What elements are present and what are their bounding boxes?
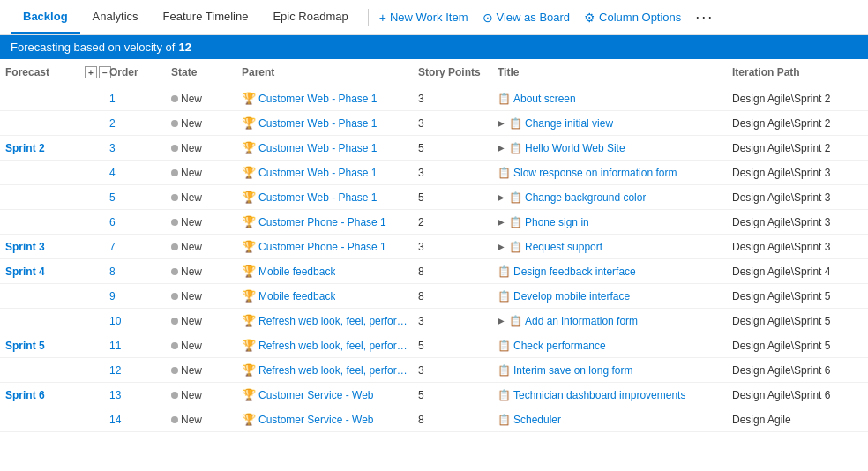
table-row: 5New🏆Customer Web - Phase 15▶📋Change bac… [0, 185, 868, 210]
order-cell[interactable]: 12 [104, 362, 166, 379]
state-cell: New [166, 288, 236, 305]
order-cell[interactable]: 9 [104, 288, 166, 305]
state-dot-icon [171, 120, 178, 127]
expand-title-button[interactable]: ▶ [498, 217, 505, 227]
parent-link[interactable]: Customer Phone - Phase 1 [258, 216, 386, 228]
expand-title-button[interactable]: ▶ [498, 192, 505, 202]
parent-link[interactable]: Customer Phone - Phase 1 [258, 241, 386, 253]
parent-cell: 🏆Mobile feedback [236, 287, 413, 305]
new-work-item-button[interactable]: + New Work Item [379, 11, 468, 25]
state-cell: New [166, 238, 236, 256]
parent-link[interactable]: Refresh web look, feel, performance fact… [258, 340, 408, 352]
order-cell[interactable]: 13 [104, 386, 166, 404]
tab-feature-timeline[interactable]: Feature Timeline [151, 1, 261, 34]
title-link[interactable]: Technician dashboard improvements [513, 389, 685, 401]
sprint-label [0, 96, 79, 101]
parent-link[interactable]: Customer Web - Phase 1 [258, 93, 378, 105]
expand-title-button[interactable]: ▶ [498, 242, 505, 251]
parent-link[interactable]: Customer Web - Phase 1 [258, 167, 378, 179]
parent-link[interactable]: Customer Web - Phase 1 [258, 191, 378, 204]
parent-link[interactable]: Customer Service - Web [258, 389, 373, 401]
parent-cell: 🏆Customer Service - Web [236, 385, 413, 404]
work-item-icon: 📋 [509, 142, 522, 154]
order-cell[interactable]: 8 [104, 263, 166, 280]
expand-col [79, 294, 104, 299]
parent-cell: 🏆Refresh web look, feel, performance fac… [236, 336, 413, 355]
col-iteration-path: Iteration Path [727, 63, 868, 82]
order-cell[interactable]: 11 [104, 337, 166, 355]
state-label: New [181, 216, 202, 228]
parent-link[interactable]: Refresh web look, feel, performance fact… [258, 315, 408, 327]
title-link[interactable]: Phone sign in [525, 216, 589, 228]
title-link[interactable]: Check performance [513, 340, 606, 352]
title-link[interactable]: Slow response on information form [513, 167, 677, 179]
parent-cell: 🏆Customer Service - Web [236, 410, 413, 429]
title-link[interactable]: Scheduler [513, 414, 561, 426]
nav-divider [368, 9, 369, 26]
order-cell[interactable]: 10 [104, 312, 166, 330]
title-cell: 📋Slow response on information form [492, 164, 727, 182]
title-link[interactable]: Change background color [525, 191, 646, 204]
order-cell[interactable]: 1 [104, 90, 166, 108]
story-points-cell: 3 [413, 164, 492, 182]
order-cell[interactable]: 3 [104, 139, 166, 157]
col-state: State [166, 63, 236, 82]
story-points-cell: 2 [413, 213, 492, 231]
iteration-path-cell: Design Agile\Sprint 5 [727, 288, 868, 305]
view-as-board-button[interactable]: ⊙ View as Board [483, 11, 571, 25]
order-cell[interactable]: 6 [104, 213, 166, 231]
table-row: Sprint 23New🏆Customer Web - Phase 15▶📋He… [0, 136, 868, 161]
expand-title-button[interactable]: ▶ [498, 118, 505, 128]
title-cell: 📋Develop mobile interface [492, 288, 727, 305]
title-cell: ▶📋Change background color [492, 189, 727, 206]
parent-link[interactable]: Refresh web look, feel, performance fact… [258, 364, 408, 377]
title-link[interactable]: Add an information form [525, 315, 638, 327]
tab-backlog[interactable]: Backlog [11, 1, 80, 34]
sprint-label [0, 417, 79, 422]
sprint-label: Sprint 3 [0, 238, 79, 256]
state-cell: New [166, 386, 236, 404]
work-item-icon: 📋 [498, 265, 511, 278]
order-cell[interactable]: 14 [104, 411, 166, 429]
state-cell: New [166, 213, 236, 231]
parent-link[interactable]: Customer Web - Phase 1 [258, 117, 378, 130]
title-link[interactable]: Design feedback interface [513, 265, 636, 278]
title-link[interactable]: Change initial view [525, 117, 613, 130]
column-icon: ⚙ [584, 11, 595, 25]
trophy-icon: 🏆 [242, 240, 256, 253]
order-cell[interactable]: 5 [104, 189, 166, 206]
story-points-cell: 3 [413, 238, 492, 256]
trophy-icon: 🏆 [242, 413, 256, 426]
state-cell: New [166, 263, 236, 280]
column-options-button[interactable]: ⚙ Column Options [584, 11, 681, 25]
trophy-icon: 🏆 [242, 92, 256, 105]
order-cell[interactable]: 4 [104, 164, 166, 182]
parent-cell: 🏆Customer Web - Phase 1 [236, 89, 413, 108]
parent-link[interactable]: Customer Service - Web [258, 414, 373, 426]
expand-col [79, 368, 104, 373]
title-link[interactable]: Interim save on long form [513, 364, 632, 377]
title-cell: ▶📋Change initial view [492, 115, 727, 132]
parent-link[interactable]: Mobile feedback [258, 290, 335, 303]
expand-title-button[interactable]: ▶ [498, 316, 505, 325]
parent-cell: 🏆Customer Web - Phase 1 [236, 114, 413, 132]
state-cell: New [166, 90, 236, 108]
tab-analytics[interactable]: Analytics [80, 1, 151, 34]
title-link[interactable]: About screen [513, 93, 576, 105]
state-label: New [181, 315, 202, 327]
order-cell[interactable]: 2 [104, 115, 166, 132]
forecast-bar: Forecasting based on velocity of 12 [0, 35, 868, 59]
table-row: Sprint 37New🏆Customer Phone - Phase 13▶📋… [0, 235, 868, 259]
title-link[interactable]: Hello World Web Site [525, 142, 625, 154]
trophy-icon: 🏆 [242, 166, 256, 179]
expand-all-icon[interactable]: + [85, 66, 97, 78]
title-link[interactable]: Develop mobile interface [513, 290, 630, 303]
expand-title-button[interactable]: ▶ [498, 143, 505, 153]
title-link[interactable]: Request support [525, 241, 602, 253]
tab-epic-roadmap[interactable]: Epic Roadmap [260, 1, 360, 34]
parent-link[interactable]: Mobile feedback [258, 265, 335, 278]
order-cell[interactable]: 7 [104, 238, 166, 256]
parent-link[interactable]: Customer Web - Phase 1 [258, 142, 378, 154]
iteration-path-cell: Design Agile\Sprint 5 [727, 312, 868, 330]
more-actions-button[interactable]: ··· [695, 8, 714, 26]
